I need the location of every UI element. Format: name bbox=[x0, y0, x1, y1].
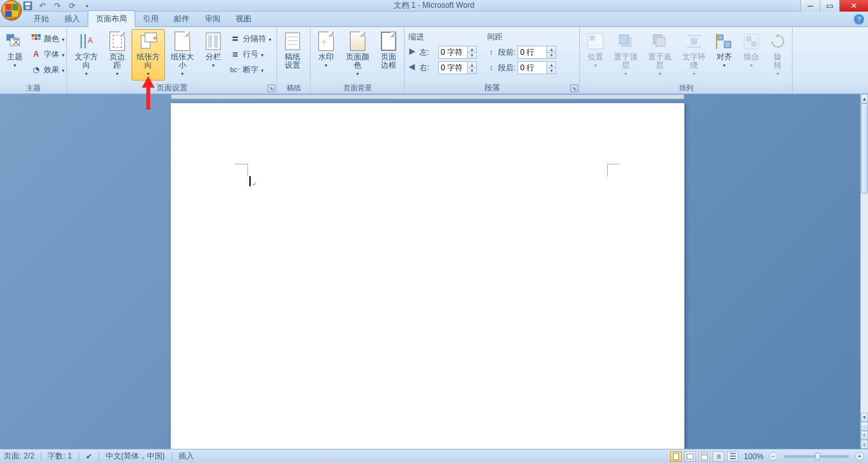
watermark-button[interactable]: A 水印 ▾ bbox=[313, 29, 339, 81]
theme-effects-button[interactable]: ◔ 效果▾ bbox=[28, 63, 67, 77]
scroll-up-button[interactable]: ▲ bbox=[861, 94, 868, 103]
office-button[interactable] bbox=[1, 0, 22, 21]
repeat-icon[interactable]: ⟳ bbox=[67, 1, 77, 11]
text-direction-button[interactable]: A 文字方向 ▾ bbox=[70, 29, 102, 81]
zoom-in-button[interactable]: + bbox=[855, 452, 864, 461]
status-proofing-icon[interactable]: ✔ bbox=[86, 452, 92, 461]
page-color-button[interactable]: 页面颜色 ▾ bbox=[340, 29, 374, 81]
spin-up-icon[interactable]: ▲ bbox=[547, 62, 555, 68]
spin-down-icon[interactable]: ▼ bbox=[547, 68, 555, 74]
undo-icon[interactable]: ↶ bbox=[37, 1, 48, 11]
bring-front-button[interactable]: 置于顶层 ▾ bbox=[610, 29, 642, 81]
vertical-scrollbar[interactable]: ▲ ▼ ○ ⇑ ⇓ bbox=[860, 94, 868, 449]
indent-left-spinner[interactable]: ▲▼ bbox=[438, 46, 477, 59]
group-objects-button[interactable]: 组合 ▾ bbox=[738, 29, 764, 81]
hyphenation-button[interactable]: bc⁻ 断字▾ bbox=[227, 63, 274, 77]
zoom-out-button[interactable]: − bbox=[769, 452, 778, 461]
breaks-button[interactable]: 〓 分隔符▾ bbox=[227, 32, 274, 46]
page-setup-dialog-launcher[interactable]: ⬊ bbox=[267, 84, 275, 92]
document-area[interactable]: ⤶ bbox=[0, 94, 860, 449]
svg-rect-33 bbox=[718, 35, 723, 40]
svg-rect-37 bbox=[746, 36, 751, 41]
scroll-down-button[interactable]: ▼ bbox=[861, 413, 868, 422]
page-color-label: 页面颜色 bbox=[343, 53, 372, 70]
page-border-button[interactable]: 页面 边框 bbox=[376, 29, 401, 81]
view-print-layout-button[interactable] bbox=[670, 451, 682, 462]
themes-icon: 文 bbox=[5, 31, 25, 52]
zoom-percent[interactable]: 100% bbox=[744, 452, 764, 461]
tab-mailings[interactable]: 邮件 bbox=[166, 11, 197, 26]
browse-object-button[interactable]: ○ bbox=[861, 422, 868, 431]
svg-rect-38 bbox=[751, 41, 757, 46]
window-title: 文档 1 - Microsoft Word bbox=[394, 0, 474, 11]
indent-right-input[interactable] bbox=[439, 62, 467, 74]
tab-page-layout[interactable]: 页面布局 bbox=[88, 10, 135, 27]
tab-home[interactable]: 开始 bbox=[26, 11, 57, 26]
close-button[interactable]: ✕ bbox=[839, 0, 868, 12]
qat-dropdown-icon[interactable]: ▾ bbox=[82, 1, 92, 11]
paragraph-dialog-launcher[interactable]: ⬊ bbox=[570, 84, 578, 92]
svg-rect-9 bbox=[32, 37, 34, 40]
save-icon[interactable] bbox=[23, 1, 33, 11]
tab-view[interactable]: 视图 bbox=[228, 11, 259, 26]
tab-insert[interactable]: 插入 bbox=[57, 11, 88, 26]
spacing-after-input[interactable] bbox=[518, 62, 546, 74]
spin-down-icon[interactable]: ▼ bbox=[468, 68, 476, 74]
spacing-before-icon: ↕ bbox=[486, 47, 496, 57]
view-full-screen-button[interactable] bbox=[684, 451, 696, 462]
spacing-before-input[interactable] bbox=[518, 46, 546, 58]
minimize-button[interactable]: ─ bbox=[800, 0, 820, 12]
view-outline-button[interactable]: ≡ bbox=[713, 451, 724, 462]
align-button[interactable]: 对齐 ▾ bbox=[711, 29, 737, 81]
spin-up-icon[interactable]: ▲ bbox=[547, 46, 555, 53]
theme-colors-button[interactable]: 颜色▾ bbox=[28, 32, 67, 46]
scroll-track[interactable] bbox=[861, 103, 868, 413]
view-draft-button[interactable]: ☰ bbox=[727, 451, 738, 462]
tab-references[interactable]: 引用 bbox=[135, 11, 166, 26]
spin-up-icon[interactable]: ▲ bbox=[468, 62, 476, 68]
redo-icon[interactable]: ↷ bbox=[52, 1, 63, 11]
scroll-thumb[interactable] bbox=[861, 103, 868, 193]
align-label: 对齐 bbox=[717, 53, 732, 61]
text-wrap-button[interactable]: 文字环绕 ▾ bbox=[678, 29, 711, 81]
svg-rect-10 bbox=[35, 37, 37, 40]
group-page-background-label: 页面背景 bbox=[311, 83, 404, 94]
spin-up-icon[interactable]: ▲ bbox=[468, 46, 476, 53]
margins-button[interactable]: 页边距 ▾ bbox=[104, 29, 130, 81]
spin-down-icon[interactable]: ▼ bbox=[468, 53, 476, 59]
svg-text:文: 文 bbox=[12, 37, 20, 46]
tab-review[interactable]: 审阅 bbox=[197, 11, 228, 26]
page-color-icon bbox=[347, 31, 368, 52]
indent-right-spinner[interactable]: ▲▼ bbox=[438, 61, 477, 74]
zoom-slider[interactable] bbox=[784, 455, 849, 458]
spacing-after-spinner[interactable]: ▲▼ bbox=[517, 61, 556, 74]
rotate-button[interactable]: 旋 转 ▾ bbox=[766, 29, 789, 81]
status-word-count[interactable]: 字数: 1 bbox=[48, 451, 72, 462]
status-page[interactable]: 页面: 2/2 bbox=[4, 451, 34, 462]
maximize-button[interactable]: ▭ bbox=[820, 0, 839, 12]
svg-rect-6 bbox=[32, 34, 34, 37]
indent-left-input[interactable] bbox=[439, 46, 467, 58]
watermark-label: 水印 bbox=[318, 53, 334, 61]
status-insert-mode[interactable]: 插入 bbox=[178, 451, 194, 462]
next-page-button[interactable]: ⇓ bbox=[861, 440, 868, 449]
spacing-before-spinner[interactable]: ▲▼ bbox=[517, 46, 556, 59]
document-page[interactable]: ⤶ bbox=[171, 103, 684, 449]
zoom-slider-thumb[interactable] bbox=[815, 453, 820, 460]
themes-button[interactable]: 文 主题 ▾ bbox=[3, 29, 27, 81]
line-numbers-button[interactable]: ≣ 行号▾ bbox=[227, 47, 274, 61]
position-button[interactable]: 位置 ▾ bbox=[583, 29, 608, 81]
columns-button[interactable]: 分栏 ▾ bbox=[200, 29, 226, 81]
orientation-button[interactable]: 纸张方向 ▾ bbox=[131, 29, 164, 81]
manuscript-button[interactable]: 稿纸 设置 bbox=[280, 29, 305, 81]
horizontal-ruler[interactable] bbox=[171, 94, 684, 99]
status-language[interactable]: 中文(简体，中国) bbox=[106, 451, 165, 462]
prev-page-button[interactable]: ⇑ bbox=[861, 431, 868, 440]
theme-fonts-button[interactable]: A 字体▾ bbox=[28, 47, 67, 61]
help-button[interactable]: ? bbox=[854, 14, 864, 25]
view-web-layout-button[interactable] bbox=[699, 451, 710, 462]
columns-label: 分栏 bbox=[206, 53, 221, 61]
spin-down-icon[interactable]: ▼ bbox=[547, 53, 555, 59]
paper-size-button[interactable]: 纸张大小 ▾ bbox=[166, 29, 199, 81]
send-back-button[interactable]: 置于底层 ▾ bbox=[644, 29, 677, 81]
